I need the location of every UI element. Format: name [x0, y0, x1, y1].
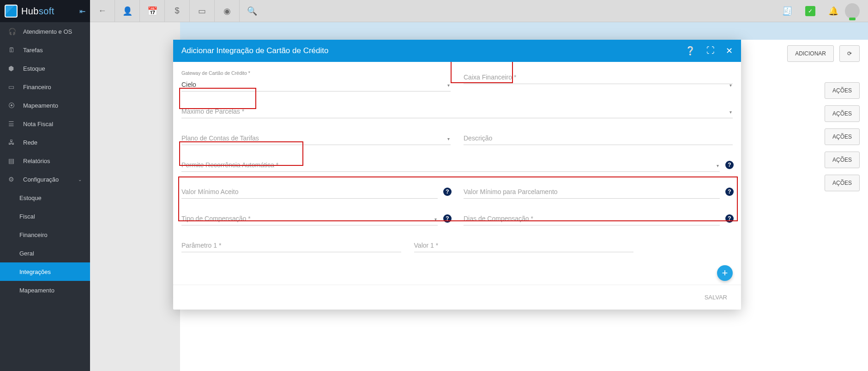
sidebar-sub-geral[interactable]: Geral — [0, 244, 90, 262]
row-actions-2[interactable]: AÇÕES — [825, 105, 860, 122]
chevron-down-icon: ▾ — [447, 83, 450, 88]
placeholder-dias-compensacao: Dias de Compensação * — [464, 212, 720, 225]
field-dias-compensacao[interactable]: Dias de Compensação * ? — [464, 212, 733, 225]
modal-add-credit-card-integration: Adicionar Integração de Cartão de Crédit… — [173, 40, 741, 310]
money-icon: ▭ — [8, 83, 18, 91]
refresh-button[interactable]: ⟳ — [839, 45, 860, 62]
sidebar-item-mapeamento[interactable]: ⦿Mapeamento — [0, 96, 90, 115]
sidebar-item-financeiro[interactable]: ▭Financeiro — [0, 78, 90, 96]
headset-icon: 🎧 — [8, 28, 18, 35]
field-valor-min-aceito[interactable]: Valor Mínimo Aceito ? — [181, 185, 451, 199]
field-parametro-1[interactable]: Parâmetro 1 * — [181, 238, 401, 252]
modal-title: Adicionar Integração de Cartão de Crédit… — [181, 46, 328, 55]
logo: Hubsoft ⇤ — [0, 0, 90, 22]
person-icon[interactable]: 👤 — [115, 0, 140, 22]
sidebar-item-atendimento[interactable]: 🎧Atendimento e OS — [0, 22, 90, 41]
modal-footer: SALVAR — [173, 285, 741, 310]
brand-name: Hubsoft — [21, 6, 54, 17]
user-menu[interactable] — [845, 0, 868, 22]
chevron-down-icon: ▾ — [447, 136, 450, 141]
field-tipo-compensacao[interactable]: Tipo de Compensação * ▾ ? — [181, 212, 451, 225]
placeholder-max-parcelas: Máximo de Parcelas * — [181, 104, 733, 118]
field-recorrencia[interactable]: Permite Recorrência Automática * ▾ ? — [181, 158, 733, 172]
back-icon[interactable]: ← — [90, 0, 115, 22]
help-icon[interactable]: ? — [725, 161, 734, 169]
sidebar-item-rede[interactable]: 🖧Rede — [0, 133, 90, 152]
chevron-down-icon: ▾ — [729, 109, 732, 115]
placeholder-valor-min-aceito: Valor Mínimo Aceito — [181, 185, 438, 199]
sidebar: Hubsoft ⇤ 🎧Atendimento e OS 🗓Tarefas ⬢Es… — [0, 0, 90, 371]
sidebar-sub-fiscal[interactable]: Fiscal — [0, 207, 90, 225]
sidebar-item-tarefas[interactable]: 🗓Tarefas — [0, 41, 90, 59]
dollar-icon[interactable]: $ — [165, 0, 190, 22]
pdf-icon[interactable]: 🧾 — [776, 0, 799, 22]
sidebar-item-configuracao[interactable]: ⚙Configuração⌄ — [0, 170, 90, 189]
help-icon[interactable]: ? — [443, 214, 452, 223]
field-gateway[interactable]: Gateway de Cartão de Crédito * Cielo ▾ — [181, 70, 451, 91]
row-actions-5[interactable]: AÇÕES — [825, 175, 860, 191]
close-icon[interactable]: ✕ — [726, 46, 733, 56]
field-caixa[interactable]: Caixa Financeiro * ▾ — [464, 70, 733, 91]
help-icon[interactable]: ? — [443, 188, 452, 196]
search-icon[interactable]: 🔍 — [240, 0, 265, 22]
sidebar-sub-estoque[interactable]: Estoque — [0, 189, 90, 207]
label-gateway: Gateway de Cartão de Crédito * — [181, 70, 451, 76]
placeholder-plano-tarifas: Plano de Contas de Tarifas — [181, 131, 451, 145]
sidebar-item-estoque[interactable]: ⬢Estoque — [0, 59, 90, 78]
sidebar-sub-mapeamento[interactable]: Mapeamento — [0, 281, 90, 299]
help-icon[interactable]: ❔ — [685, 46, 695, 56]
field-max-parcelas[interactable]: Máximo de Parcelas * ▾ — [181, 104, 733, 118]
map-pin-icon: ⦿ — [8, 102, 18, 109]
placeholder-parametro-1: Parâmetro 1 * — [181, 238, 401, 252]
placeholder-recorrencia: Permite Recorrência Automática * — [181, 158, 720, 172]
field-plano-tarifas[interactable]: Plano de Contas de Tarifas ▾ — [181, 131, 451, 145]
value-gateway: Cielo — [181, 78, 451, 91]
topbar: ← 👤 📅 $ ▭ ◉ 🔍 🧾 ✓ 🔔 — [90, 0, 868, 22]
sidebar-sub-integracoes[interactable]: Integrações — [0, 262, 90, 281]
chevron-down-icon: ⌄ — [78, 177, 82, 182]
modal-header: Adicionar Integração de Cartão de Crédit… — [173, 40, 741, 62]
card-icon[interactable]: ▭ — [190, 0, 215, 22]
sidebar-item-relatorios[interactable]: ▤Relatórios — [0, 152, 90, 170]
placeholder-tipo-compensacao: Tipo de Compensação * — [181, 212, 438, 225]
chevron-down-icon: ▾ — [434, 217, 437, 222]
eye-icon[interactable]: ◉ — [215, 0, 240, 22]
save-button[interactable]: SALVAR — [698, 290, 734, 304]
avatar — [845, 3, 860, 19]
box-icon: ⬢ — [8, 65, 18, 72]
network-icon: 🖧 — [8, 139, 18, 146]
fullscreen-icon[interactable]: ⛶ — [706, 46, 715, 56]
sidebar-item-nota-fiscal[interactable]: ☰Nota Fiscal — [0, 115, 90, 133]
row-actions-4[interactable]: AÇÕES — [825, 152, 860, 168]
bell-icon[interactable]: 🔔 — [822, 0, 845, 22]
tasks-icon: 🗓 — [8, 46, 18, 54]
invoice-icon: ☰ — [8, 120, 18, 128]
field-valor-1[interactable]: Valor 1 * — [414, 238, 634, 252]
report-icon: ▤ — [8, 157, 18, 164]
placeholder-caixa: Caixa Financeiro * — [464, 70, 733, 84]
field-descricao[interactable]: Descrição — [464, 131, 733, 145]
help-icon[interactable]: ? — [725, 214, 734, 223]
gear-icon: ⚙ — [8, 176, 18, 183]
logo-icon — [5, 5, 18, 18]
placeholder-valor-1: Valor 1 * — [414, 238, 634, 252]
status-ok-icon[interactable]: ✓ — [799, 0, 822, 22]
chevron-down-icon: ▾ — [729, 83, 732, 88]
collapse-sidebar-icon[interactable]: ⇤ — [79, 7, 85, 16]
calendar-icon[interactable]: 📅 — [140, 0, 165, 22]
modal-body: Gateway de Cartão de Crédito * Cielo ▾ C… — [173, 62, 741, 285]
row-actions-1[interactable]: AÇÕES — [825, 82, 860, 99]
placeholder-descricao: Descrição — [464, 131, 733, 145]
add-parameter-button[interactable]: + — [717, 265, 733, 281]
row-actions-3[interactable]: AÇÕES — [825, 128, 860, 145]
sidebar-sub-financeiro[interactable]: Financeiro — [0, 225, 90, 244]
help-icon[interactable]: ? — [725, 188, 734, 196]
field-valor-min-parcelamento[interactable]: Valor Mínimo para Parcelamento ? — [464, 185, 733, 199]
chevron-down-icon: ▾ — [717, 163, 719, 168]
placeholder-valor-min-parcelamento: Valor Mínimo para Parcelamento — [464, 185, 720, 199]
add-button[interactable]: ADICIONAR — [787, 45, 834, 62]
